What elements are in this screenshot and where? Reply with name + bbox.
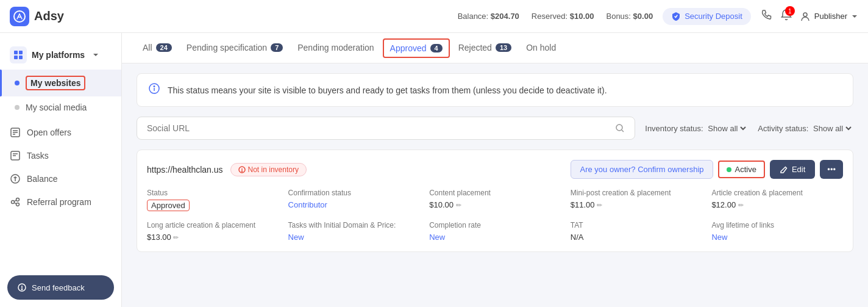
tab-all[interactable]: All 24 — [137, 34, 178, 62]
referral-icon — [10, 197, 21, 208]
content-edit-pencil[interactable]: ✏ — [456, 201, 461, 209]
tab-rejected-badge: 13 — [496, 43, 511, 52]
field-mini-post-value: $11.00 ✏ — [571, 200, 602, 209]
svg-point-17 — [16, 198, 20, 201]
long-article-edit-pencil[interactable]: ✏ — [173, 234, 179, 241]
balance-icon — [10, 173, 21, 184]
svg-point-18 — [16, 203, 20, 206]
open-offers-label: Open offers — [27, 128, 71, 137]
active-status-button[interactable]: Active — [718, 161, 765, 178]
tab-approved[interactable]: Approved 4 — [383, 38, 450, 58]
bonus-display: Bonus: $0.00 — [606, 12, 653, 21]
field-confirmation-label: Confirmation status — [288, 189, 420, 197]
edit-button[interactable]: Edit — [770, 160, 815, 179]
sidebar-item-open-offers[interactable]: Open offers — [0, 121, 121, 144]
header: Adsy Balance: $204.70 Reserved: $10.00 B… — [0, 0, 868, 33]
tab-pending-moderation[interactable]: Pending moderation — [291, 34, 380, 62]
notification-badge: 1 — [785, 6, 795, 16]
logo-icon — [10, 7, 29, 26]
field-completion-rate: Completion rate New — [429, 221, 561, 242]
edit-icon — [780, 165, 788, 174]
svg-point-26 — [154, 86, 155, 87]
tab-rejected[interactable]: Rejected 13 — [452, 34, 518, 62]
field-long-article: Long article creation & placement $13.00… — [147, 221, 279, 242]
feedback-icon — [17, 283, 27, 292]
svg-point-27 — [616, 125, 622, 131]
info-icon — [148, 82, 160, 98]
info-banner: This status means your site is visible t… — [137, 73, 853, 107]
my-platforms-item[interactable]: My platforms — [0, 40, 121, 70]
tab-pending-spec-badge: 7 — [271, 43, 283, 52]
confirm-ownership-button[interactable]: Are you owner? Confirm ownership — [571, 160, 713, 179]
tasks-label: Tasks — [27, 151, 49, 161]
field-status-value: Approved — [147, 200, 190, 211]
tab-rejected-label: Rejected — [458, 43, 492, 52]
mini-post-edit-pencil[interactable]: ✏ — [597, 201, 602, 209]
card-actions: Are you owner? Confirm ownership Active … — [571, 160, 843, 179]
my-platforms-label: My platforms — [32, 50, 85, 60]
header-icons: 1 Publisher — [761, 9, 858, 24]
inventory-status-select[interactable]: Show all — [705, 123, 748, 134]
search-input[interactable] — [147, 123, 609, 133]
tab-pending-spec-label: Pending specification — [187, 43, 267, 52]
security-deposit-button[interactable]: Security Deposit — [663, 8, 751, 25]
field-tat: TAT N/A — [571, 221, 702, 242]
layout: My platforms My websites My social media… — [0, 33, 868, 307]
field-long-article-label: Long article creation & placement — [147, 221, 279, 229]
svg-point-0 — [14, 11, 25, 22]
search-filters: Inventory status: Show all Activity stat… — [137, 117, 853, 140]
main-content: All 24 Pending specification 7 Pending m… — [122, 33, 868, 307]
field-mini-post: Mini-post creation & placement $11.00 ✏ — [571, 189, 702, 211]
field-article-value: $12.00 ✏ — [711, 200, 743, 209]
field-status: Status Approved — [147, 189, 279, 211]
sidebar-nav: My platforms My websites My social media… — [0, 33, 121, 268]
field-content-placement: Content placement $10.00 ✏ — [429, 189, 561, 211]
search-box[interactable] — [137, 117, 635, 140]
sidebar-item-tasks[interactable]: Tasks — [0, 144, 121, 167]
search-icon — [615, 123, 625, 133]
sidebar: My platforms My websites My social media… — [0, 33, 122, 307]
active-status-dot — [727, 167, 731, 172]
article-edit-pencil[interactable]: ✏ — [738, 201, 744, 209]
sidebar-item-my-websites[interactable]: My websites — [0, 70, 121, 96]
content-area: This status means your site is visible t… — [122, 63, 868, 307]
svg-rect-3 — [19, 51, 23, 54]
field-article: Article creation & placement $12.00 ✏ — [711, 189, 843, 211]
info-banner-text: This status means your site is visible t… — [168, 85, 607, 95]
sidebar-item-my-social-media[interactable]: My social media — [0, 96, 121, 118]
notification-bell-button[interactable]: 1 — [780, 9, 792, 24]
more-options-button[interactable]: ••• — [820, 160, 843, 179]
field-content-label: Content placement — [429, 189, 561, 197]
sidebar-item-referral-program[interactable]: Referral program — [0, 190, 121, 214]
publisher-menu-button[interactable]: Publisher — [800, 11, 858, 22]
tab-all-badge: 24 — [156, 43, 172, 52]
tab-on-hold-label: On hold — [526, 43, 556, 52]
not-in-inventory-label: Not in inventory — [248, 165, 299, 174]
tab-on-hold[interactable]: On hold — [520, 34, 562, 62]
open-offers-icon — [10, 127, 21, 138]
field-tasks-domain-label: Tasks with Initial Domain & Price: — [288, 221, 420, 229]
tasks-icon — [10, 150, 21, 161]
activity-status-label: Activity status: Show all — [758, 123, 853, 134]
field-tasks-domain-value: New — [288, 233, 304, 242]
logo[interactable]: Adsy — [10, 7, 64, 26]
activity-status-select[interactable]: Show all — [811, 123, 853, 134]
tab-pending-specification[interactable]: Pending specification 7 — [180, 34, 289, 62]
send-feedback-button[interactable]: Send feedback — [7, 275, 114, 300]
field-tat-value: N/A — [571, 233, 584, 242]
svg-line-28 — [622, 130, 624, 132]
warning-icon — [238, 166, 246, 173]
field-status-label: Status — [147, 189, 279, 197]
phone-icon-button[interactable] — [761, 9, 773, 24]
field-completion-rate-value: New — [429, 233, 445, 242]
reserved-display: Reserved: $10.00 — [532, 12, 594, 21]
tab-pending-mod-label: Pending moderation — [297, 43, 374, 52]
card-top: https://healthclan.us Not in inventory A… — [147, 160, 843, 179]
logo-text: Adsy — [34, 9, 64, 23]
website-url[interactable]: https://healthclan.us — [147, 165, 223, 175]
active-status-label: Active — [735, 165, 756, 174]
sidebar-item-balance[interactable]: Balance — [0, 167, 121, 190]
svg-rect-2 — [14, 51, 18, 54]
tab-approved-badge: 4 — [430, 44, 443, 52]
field-article-label: Article creation & placement — [711, 189, 843, 197]
